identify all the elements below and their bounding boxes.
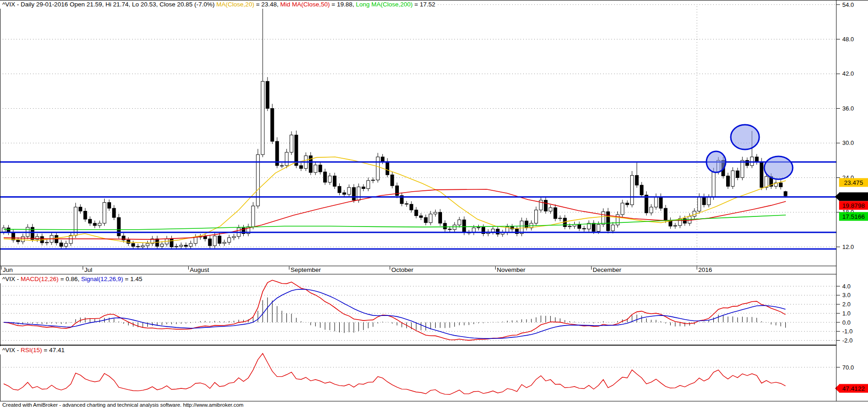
axis-label: 70.0: [842, 364, 854, 371]
axis-label: 36.0: [842, 105, 854, 112]
candle: [458, 220, 461, 225]
title-segment: = 17.52: [413, 1, 435, 8]
candle: [707, 197, 711, 204]
candle: [578, 224, 581, 228]
badge-value: 47.4122: [842, 385, 865, 392]
candle: [84, 211, 87, 219]
candle: [414, 210, 418, 216]
macd-gridlines: [0, 286, 836, 340]
candle: [544, 200, 547, 211]
axis-label: 1.0: [842, 310, 851, 317]
candle: [352, 188, 355, 200]
candle: [376, 157, 380, 180]
title-segment: Long MA(Close,200): [356, 1, 413, 8]
axis-label: 54.0: [842, 1, 854, 8]
candle: [324, 172, 327, 182]
candle: [64, 243, 67, 246]
candle: [453, 225, 456, 230]
candle: [429, 214, 432, 223]
candle: [568, 226, 571, 227]
candle: [347, 188, 351, 194]
candle: [477, 227, 480, 228]
candle: [319, 165, 322, 172]
candle: [170, 239, 173, 247]
candle: [261, 81, 264, 155]
candle: [712, 172, 715, 197]
candle: [745, 160, 749, 166]
candle: [36, 237, 39, 239]
candle: [160, 244, 163, 246]
candle: [731, 171, 734, 186]
candle: [309, 156, 312, 172]
month-label: August: [190, 266, 209, 273]
candle: [338, 186, 341, 193]
candle: [223, 242, 226, 243]
candle: [626, 203, 629, 205]
candle: [602, 212, 605, 225]
title-segment: RSI(15): [21, 347, 42, 354]
title-segment: ^VIX - Daily 29-01-2016 Open 21.59, Hi 2…: [2, 1, 216, 8]
candle: [463, 220, 466, 232]
candle: [693, 211, 696, 216]
candle: [218, 236, 221, 243]
candle: [112, 208, 116, 217]
axis-label: 42.0: [842, 70, 854, 77]
candle: [328, 176, 331, 182]
candle: [333, 176, 336, 187]
title-segment: ^VIX -: [2, 276, 21, 282]
candle: [132, 243, 135, 246]
month-label: 2016: [698, 266, 712, 273]
candle: [290, 135, 293, 152]
candle: [554, 208, 557, 219]
ma20-line: [4, 157, 786, 243]
candle: [45, 242, 49, 243]
macd-histogram: [4, 298, 785, 333]
candle: [185, 245, 188, 247]
chart-canvas[interactable]: JunJulAugustSeptemberOctoberNovemberDece…: [0, 0, 868, 409]
rsi-group: [4, 354, 785, 395]
axis-label: 48.0: [842, 36, 854, 43]
candle: [17, 240, 20, 242]
candle: [314, 165, 317, 172]
x-axis: JunJulAugustSeptemberOctoberNovemberDece…: [1, 266, 712, 273]
candle: [189, 243, 192, 246]
candle: [606, 212, 610, 231]
candle: [69, 235, 73, 243]
candle: [621, 203, 624, 215]
title-segment: MA(Close,20): [216, 1, 254, 8]
candle: [213, 236, 216, 246]
candle: [534, 210, 538, 223]
axis-label: 4.0: [842, 283, 851, 290]
candle: [141, 246, 145, 247]
candle: [208, 239, 212, 246]
macd-lines: [4, 280, 785, 340]
candle: [203, 237, 207, 239]
badge-value: 17.5166: [842, 213, 865, 220]
candle: [741, 160, 744, 178]
candle: [559, 218, 562, 219]
candle: [702, 197, 706, 205]
candle: [549, 208, 552, 211]
title-segment: = 1.45: [123, 276, 142, 282]
candle: [448, 229, 451, 229]
candle: [750, 157, 754, 166]
candle: [21, 237, 24, 242]
candle: [232, 237, 235, 238]
candle: [650, 207, 653, 213]
candle: [611, 225, 615, 231]
panel-borders: [0, 0, 868, 401]
axis-label: 30.0: [842, 139, 854, 146]
axis-label: 0.0: [842, 319, 851, 326]
title-segment: Signal(12,26,9): [81, 276, 123, 282]
candle: [93, 223, 96, 226]
candle: [11, 232, 15, 240]
candle: [410, 204, 413, 210]
candle: [424, 217, 427, 222]
candle: [525, 221, 528, 228]
month-label: September: [291, 266, 321, 273]
study-lines: [0, 125, 836, 249]
candle: [2, 228, 6, 232]
candle: [179, 245, 183, 247]
candle: [635, 175, 638, 185]
candle: [726, 176, 729, 187]
